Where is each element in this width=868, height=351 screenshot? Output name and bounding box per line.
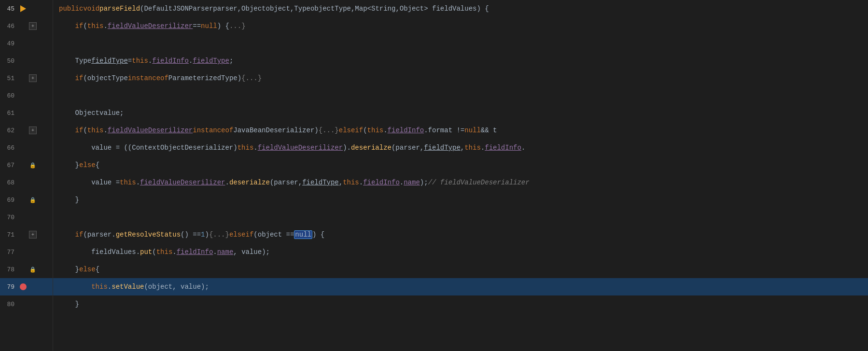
indent-62 xyxy=(59,126,75,134)
trailing-66: . xyxy=(521,144,525,152)
fieldvalues-77: fieldValues. xyxy=(91,248,140,256)
indent-77 xyxy=(59,248,91,256)
line-number-46: 46 xyxy=(0,23,18,30)
type-cod-66: ContextObjectDeserializer xyxy=(132,144,233,152)
comment-68: // fieldValueDeserializer xyxy=(428,179,530,186)
code-line-68: value = this . fieldValueDeserilizer . d… xyxy=(53,174,868,191)
keyword-else-62: else xyxy=(339,126,355,134)
line-gutter: 45 46 + 49 50 51 xyxy=(0,0,53,351)
paren-open-45: ( xyxy=(140,5,144,13)
paren-51: (objectType xyxy=(83,74,127,82)
gutter-row-78: 78 🔒 xyxy=(0,261,53,278)
name-68: . xyxy=(400,179,404,186)
code-line-46: if ( this . fieldValueDeserilizer == nul… xyxy=(53,17,868,35)
var-value-66: value = (( xyxy=(91,144,132,152)
line-number-77: 77 xyxy=(0,249,18,256)
line-number-60: 60 xyxy=(0,92,18,99)
param-object: object, xyxy=(266,5,294,13)
this-62: this xyxy=(87,126,104,134)
line-number-79: 79 xyxy=(0,283,18,291)
lock-69: 🔒 xyxy=(28,196,38,204)
field-fvd-66: fieldValueDeserilizer xyxy=(258,144,343,152)
type-type-50: Type xyxy=(75,57,92,65)
fold-51[interactable]: + xyxy=(28,74,38,82)
code-line-80: } xyxy=(53,295,868,313)
gutter-row-69: 69 🔒 xyxy=(0,191,53,209)
close-46: ) { xyxy=(217,22,229,30)
this-50: this xyxy=(132,57,148,65)
dot1-50: . xyxy=(148,57,152,65)
generic-comma: , xyxy=(395,5,399,13)
method-parsefield: parseField xyxy=(99,5,140,13)
fold-62[interactable]: + xyxy=(28,126,38,134)
close-71: ) { xyxy=(312,231,324,239)
field-fvd-62: fieldValueDeserilizer xyxy=(108,126,193,134)
method-deserialze-68: deserialze xyxy=(229,179,270,186)
keyword-if-62: if xyxy=(75,126,84,134)
line-number-70: 70 xyxy=(0,214,18,221)
comma-66: , xyxy=(461,144,464,152)
args-77a: ( xyxy=(152,248,156,256)
value-68: value = xyxy=(91,179,120,186)
type-type: Type xyxy=(294,5,310,13)
this2-68: this xyxy=(343,179,359,186)
indent-78 xyxy=(59,266,75,273)
line-number-66: 66 xyxy=(0,144,18,152)
code-line-79: this . setValue (object, value); xyxy=(53,278,868,295)
keyword-else-71: else xyxy=(229,231,246,239)
fold-46[interactable]: + xyxy=(28,22,38,30)
method-put-77: put xyxy=(140,248,152,256)
args-71: () == xyxy=(181,231,201,239)
line-number-69: 69 xyxy=(0,197,18,204)
dot2-50: . xyxy=(189,57,193,65)
type-parameterized-51: ParameterizedType) xyxy=(168,74,241,82)
keyword-instanceof-51: instanceof xyxy=(128,74,168,82)
semi-50: ; xyxy=(229,57,233,65)
fold-71[interactable]: + xyxy=(28,231,38,239)
line-number-51: 51 xyxy=(0,75,18,82)
keyword-if-51: if xyxy=(75,74,84,82)
code-line-62: if ( this . fieldValueDeserilizer instan… xyxy=(53,122,868,139)
field-name-77: name xyxy=(217,248,234,256)
paren-46: ( xyxy=(83,22,87,30)
breakpoint-79 xyxy=(18,283,28,290)
keyword-if-71: if xyxy=(75,231,84,239)
amp-62: && t xyxy=(481,126,497,134)
indent-69 xyxy=(59,196,75,204)
code-line-69: } xyxy=(53,191,868,209)
method-deserialze-66: deserialze xyxy=(351,144,392,152)
line-number-78: 78 xyxy=(0,266,18,273)
type-object2: Object xyxy=(400,5,424,13)
code-line-50: Type fieldType = this . fieldInfo . fiel… xyxy=(53,52,868,70)
line-number-68: 68 xyxy=(0,179,18,186)
code-line-70 xyxy=(53,209,868,226)
gutter-row-70: 70 xyxy=(0,209,53,226)
gutter-row-67: 67 🔒 xyxy=(0,156,53,174)
code-line-51: if (objectType instanceof ParameterizedT… xyxy=(53,70,868,87)
dot-46: . xyxy=(103,22,107,30)
dot-68: . xyxy=(136,179,140,186)
dot3-68: . xyxy=(359,179,363,186)
format-62: .format != xyxy=(424,126,464,134)
cond-62: ( xyxy=(363,126,367,134)
field-name-68: name xyxy=(404,179,420,186)
fold-placeholder-51: {...} xyxy=(241,74,262,82)
paren-62a: ( xyxy=(83,126,87,134)
indent-67 xyxy=(59,161,75,169)
code-line-77: fieldValues. put ( this . fieldInfo . na… xyxy=(53,243,868,261)
gutter-row-61: 61 xyxy=(0,104,53,122)
brace-67: { xyxy=(96,161,99,169)
dot2-62: . xyxy=(383,126,387,134)
code-line-67: } else { xyxy=(53,156,868,174)
code-line-49 xyxy=(53,35,868,52)
keyword-void: void xyxy=(83,5,99,13)
gutter-row-60: 60 xyxy=(0,87,53,104)
gutter-row-77: 77 xyxy=(0,243,53,261)
gutter-row-62: 62 + xyxy=(0,122,53,139)
generic-close: > fieldValues) { xyxy=(424,5,489,13)
type-map: Map xyxy=(355,5,367,13)
gutter-row-46: 46 + xyxy=(0,17,53,35)
code-line-60 xyxy=(53,87,868,104)
line-number-71: 71 xyxy=(0,231,18,239)
fold-placeholder-71: {...} xyxy=(209,231,229,239)
